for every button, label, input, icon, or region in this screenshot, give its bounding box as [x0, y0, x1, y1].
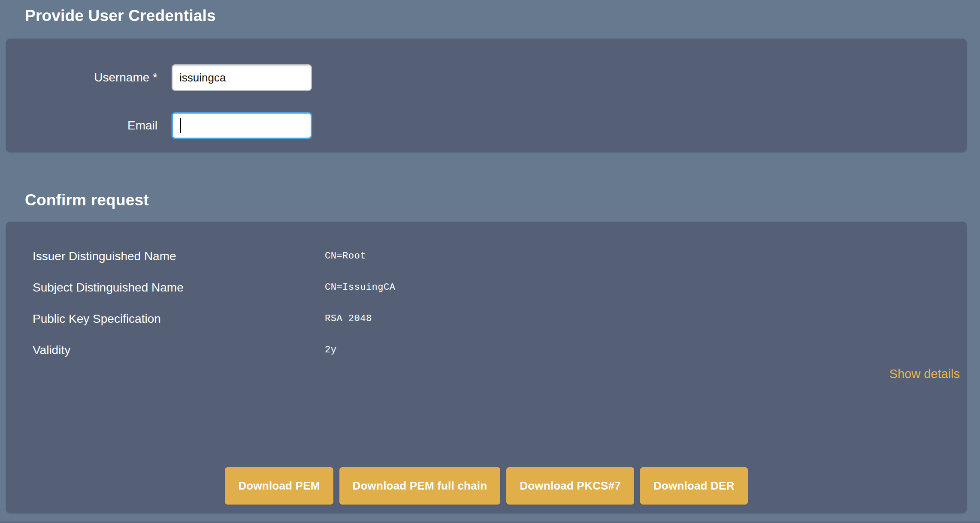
- request-details: Issuer Distinguished Name CN=Root Subjec…: [6, 240, 967, 366]
- detail-row-public-key-spec: Public Key Specification RSA 2048: [6, 303, 967, 334]
- download-pkcs7-button[interactable]: Download PKCS#7: [506, 467, 634, 505]
- detail-value: 2y: [325, 345, 336, 355]
- show-details-link[interactable]: Show details: [889, 367, 960, 381]
- text-caret: [180, 118, 181, 133]
- detail-row-validity: Validity 2y: [6, 334, 967, 366]
- detail-label: Subject Distinguished Name: [6, 281, 325, 295]
- detail-label: Public Key Specification: [6, 312, 325, 326]
- credentials-panel: Username * Email: [6, 39, 967, 152]
- detail-row-issuer-dn: Issuer Distinguished Name CN=Root: [6, 240, 967, 272]
- detail-label: Validity: [6, 343, 325, 357]
- email-row: Email: [6, 112, 312, 139]
- username-row: Username *: [6, 64, 312, 91]
- detail-value: CN=Root: [325, 251, 366, 262]
- email-input[interactable]: [172, 112, 312, 139]
- email-input-wrap: [172, 112, 312, 139]
- detail-row-subject-dn: Subject Distinguished Name CN=IssuingCA: [6, 272, 967, 303]
- detail-label: Issuer Distinguished Name: [6, 249, 325, 263]
- username-input[interactable]: [172, 64, 312, 91]
- download-pem-button[interactable]: Download PEM: [225, 467, 333, 505]
- download-pem-full-chain-button[interactable]: Download PEM full chain: [339, 467, 501, 505]
- window-bottom-edge: [0, 521, 980, 523]
- confirm-panel: Issuer Distinguished Name CN=Root Subjec…: [6, 222, 967, 513]
- email-label: Email: [6, 119, 157, 132]
- detail-value: RSA 2048: [325, 313, 372, 324]
- download-der-button[interactable]: Download DER: [640, 467, 748, 505]
- confirm-section-title: Confirm request: [25, 191, 149, 209]
- credentials-section-title: Provide User Credentials: [25, 7, 216, 25]
- username-input-wrap: [172, 64, 312, 91]
- username-label: Username *: [6, 71, 157, 84]
- detail-value: CN=IssuingCA: [325, 282, 395, 293]
- download-button-row: Download PEM Download PEM full chain Dow…: [6, 467, 967, 505]
